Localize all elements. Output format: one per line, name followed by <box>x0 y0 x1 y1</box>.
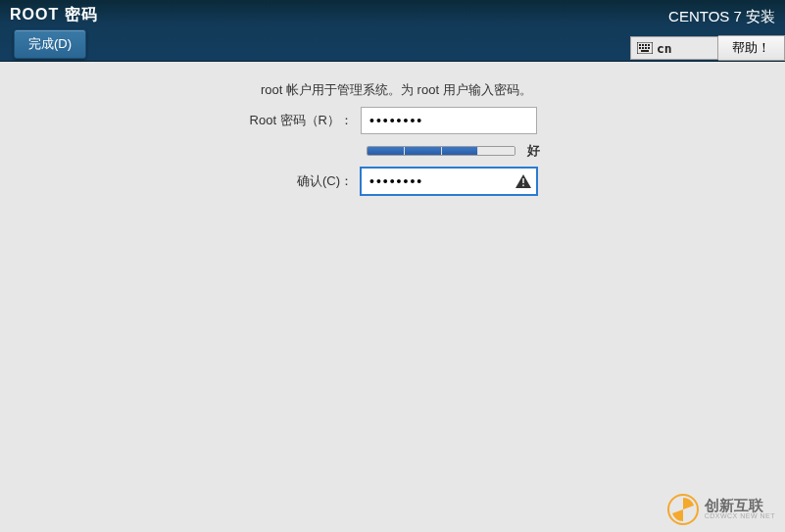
svg-rect-9 <box>641 50 649 52</box>
svg-rect-4 <box>648 44 650 46</box>
strength-seg-1 <box>368 147 405 155</box>
header-bar: ROOT 密码 完成(D) CENTOS 7 安装 cn 帮助！ <box>0 0 785 62</box>
watermark-logo-icon <box>667 494 699 525</box>
warning-icon <box>515 174 531 188</box>
strength-seg-3 <box>442 147 479 155</box>
confirm-password-input[interactable] <box>361 168 537 195</box>
svg-rect-8 <box>648 47 650 49</box>
content-area: root 帐户用于管理系统。为 root 用户输入密码。 Root 密码（R）：… <box>0 62 785 532</box>
password-row: Root 密码（R）： <box>0 107 549 134</box>
help-button[interactable]: 帮助！ <box>718 35 785 61</box>
root-password-input[interactable] <box>361 107 537 134</box>
svg-rect-11 <box>522 185 524 187</box>
strength-seg-2 <box>405 147 442 155</box>
svg-rect-1 <box>639 44 641 46</box>
keyboard-icon <box>637 42 653 54</box>
watermark-brand: 创新互联 <box>705 498 775 512</box>
header-right-group: cn 帮助！ <box>630 35 785 61</box>
confirm-row: 确认(C)： <box>0 168 549 195</box>
description-text: root 帐户用于管理系统。为 root 用户输入密码。 <box>261 81 532 99</box>
password-label: Root 密码（R）： <box>0 112 361 129</box>
svg-rect-6 <box>642 47 644 49</box>
confirm-input-wrap <box>361 168 537 195</box>
keyboard-layout-label: cn <box>657 41 672 56</box>
svg-rect-2 <box>642 44 644 46</box>
svg-rect-5 <box>639 47 641 49</box>
strength-seg-4 <box>478 147 515 155</box>
strength-meter-row: 好 <box>367 142 540 160</box>
svg-rect-7 <box>645 47 647 49</box>
installer-title: CENTOS 7 安装 <box>668 8 775 26</box>
done-button[interactable]: 完成(D) <box>14 29 86 59</box>
strength-meter <box>367 146 515 156</box>
svg-rect-10 <box>522 178 524 183</box>
confirm-label: 确认(C)： <box>0 172 361 190</box>
keyboard-indicator[interactable]: cn <box>630 36 718 60</box>
watermark-sub: CDXWCX NEW NET <box>705 512 775 520</box>
watermark-text: 创新互联 CDXWCX NEW NET <box>705 498 775 520</box>
svg-rect-3 <box>645 44 647 46</box>
page-title: ROOT 密码 <box>10 5 98 25</box>
watermark: 创新互联 CDXWCX NEW NET <box>667 494 775 525</box>
strength-label: 好 <box>527 142 540 160</box>
